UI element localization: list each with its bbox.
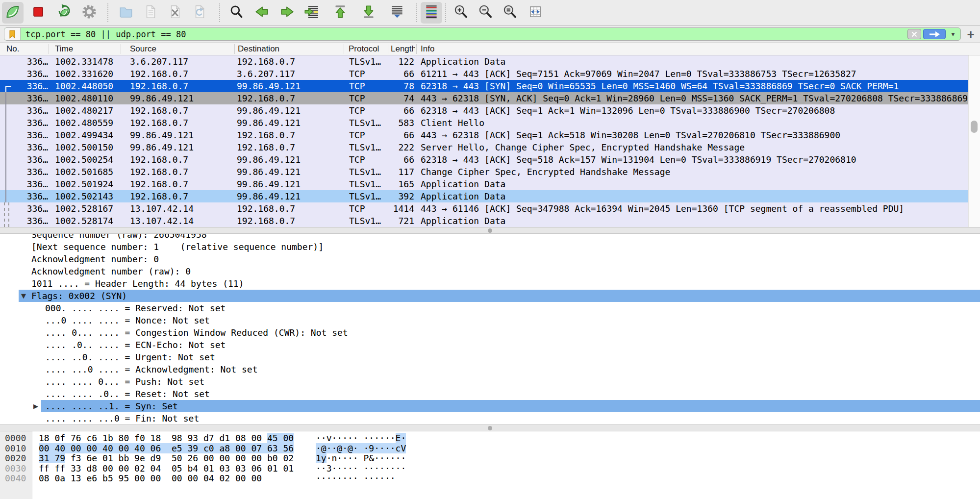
cell-len: 74 bbox=[372, 93, 414, 104]
add-filter-button[interactable]: + bbox=[965, 28, 977, 40]
detail-line[interactable]: .... ...0 .... = Acknowledgment: Not set bbox=[0, 363, 980, 375]
column-header-source[interactable]: Source bbox=[130, 43, 156, 55]
packet-row[interactable]: 336…1002.480217192.168.0.799.86.49.121TC… bbox=[0, 104, 968, 117]
hex-ascii[interactable]: 1y·n···· P&······ bbox=[316, 453, 406, 464]
detail-line[interactable]: .... ..0. .... = Urgent: Not set bbox=[0, 351, 980, 363]
packet-row[interactable]: 336…1002.49943499.86.49.121192.168.0.7TC… bbox=[0, 129, 968, 141]
splitter-list-details[interactable] bbox=[0, 227, 980, 234]
hex-ascii[interactable]: ········ ······ bbox=[316, 474, 396, 484]
find-packet-button[interactable] bbox=[226, 2, 247, 24]
go-to-first-packet-button[interactable] bbox=[329, 2, 351, 24]
hex-bytes[interactable]: 08 0a 13 e6 b5 95 00 00 00 00 04 02 00 0… bbox=[39, 474, 262, 484]
hex-bytes[interactable]: ff ff 33 d8 00 00 02 04 05 b4 01 03 03 0… bbox=[39, 464, 294, 474]
detail-line[interactable]: Acknowledgment number: 0 bbox=[0, 253, 980, 265]
column-header-info[interactable]: Info bbox=[421, 43, 434, 55]
detail-line[interactable]: .... .... ...0 = Fin: Not set bbox=[0, 412, 980, 424]
packet-row[interactable]: 336…1002.500254192.168.0.799.86.49.121TC… bbox=[0, 153, 968, 166]
detail-line[interactable]: .... .... 0... = Push: Not set bbox=[0, 375, 980, 388]
column-header-length[interactable]: Length bbox=[391, 43, 415, 55]
detail-line[interactable]: Acknowledgment number (raw): 0 bbox=[0, 265, 980, 277]
scrollbar-thumb[interactable] bbox=[971, 121, 978, 133]
resize-columns-button[interactable] bbox=[525, 2, 546, 24]
column-header-destination[interactable]: Destination bbox=[238, 43, 279, 55]
packet-row[interactable]: 336…1002.501924192.168.0.799.86.49.121TL… bbox=[0, 178, 968, 190]
hex-offset: 0030 bbox=[5, 464, 26, 474]
detail-line[interactable]: [Next sequence number: 1 (relative seque… bbox=[0, 241, 980, 253]
filter-clear-button[interactable] bbox=[907, 29, 921, 39]
packet-row[interactable]: 336…1002.52817413.107.42.14192.168.0.7TL… bbox=[0, 215, 968, 227]
hex-bytes[interactable]: 00 40 00 00 40 00 40 06 e5 39 c0 a8 00 0… bbox=[39, 444, 294, 454]
hex-ascii[interactable]: ··v····· ······E· bbox=[316, 433, 406, 444]
stop-capture-button[interactable] bbox=[27, 2, 49, 24]
packet-row[interactable]: 336…1002.50015099.86.49.121192.168.0.7TL… bbox=[0, 141, 968, 153]
column-separator[interactable] bbox=[121, 44, 121, 54]
packet-row[interactable]: 336…1002.48011099.86.49.121192.168.0.7TC… bbox=[0, 92, 968, 104]
open-file-button[interactable] bbox=[115, 2, 137, 24]
detail-line[interactable]: 000. .... .... = Reserved: Not set bbox=[0, 302, 980, 314]
hex-ascii[interactable]: ··3····· ········ bbox=[316, 464, 406, 474]
reload-file-button[interactable] bbox=[189, 2, 210, 24]
hex-row[interactable]: 002031 79 f3 6e 01 bb 9e d9 50 26 00 00 … bbox=[0, 453, 980, 464]
restart-icon bbox=[55, 3, 72, 22]
filter-apply-button[interactable] bbox=[923, 29, 946, 39]
filter-expression-text[interactable]: tcp.port == 80 || udp.port == 80 bbox=[21, 29, 907, 39]
packet-row[interactable]: 336…1002.3314783.6.207.117192.168.0.7TLS… bbox=[0, 55, 968, 68]
display-filter-input[interactable]: tcp.port == 80 || udp.port == 80 ▼ bbox=[4, 27, 961, 41]
hex-row[interactable]: 0030ff ff 33 d8 00 00 02 04 05 b4 01 03 … bbox=[0, 464, 980, 474]
cell-src: 99.86.49.121 bbox=[130, 93, 194, 104]
go-to-last-packet-button[interactable] bbox=[358, 2, 379, 24]
packet-row[interactable]: 336…1002.52816713.107.42.14192.168.0.7TC… bbox=[0, 202, 968, 215]
packet-row[interactable]: 336…1002.331620192.168.0.73.6.207.117TCP… bbox=[0, 68, 968, 80]
splitter-grip[interactable] bbox=[488, 228, 492, 233]
zoom-reset-button[interactable] bbox=[499, 2, 521, 24]
detail-line[interactable]: ▶.... .... ..1. = Syn: Set bbox=[0, 400, 980, 412]
hex-row[interactable]: 001000 40 00 00 40 00 40 06 e5 39 c0 a8 … bbox=[0, 444, 980, 454]
go-to-packet-button[interactable] bbox=[301, 2, 323, 24]
hex-row[interactable]: 004008 0a 13 e6 b5 95 00 00 00 00 04 02 … bbox=[0, 474, 980, 484]
column-header-no[interactable]: No. bbox=[6, 43, 19, 55]
expand-arrow-icon[interactable]: ▶ bbox=[33, 400, 38, 412]
column-separator[interactable] bbox=[416, 44, 417, 54]
column-header-protocol[interactable]: Protocol bbox=[349, 43, 379, 55]
splitter-details-bytes[interactable] bbox=[0, 424, 980, 431]
capture-options-button[interactable] bbox=[78, 2, 100, 24]
packet-row[interactable]: 336…1002.501685192.168.0.799.86.49.121TL… bbox=[0, 166, 968, 178]
collapse-arrow-icon[interactable]: ▼ bbox=[21, 290, 26, 302]
splitter-grip[interactable] bbox=[488, 426, 492, 430]
wireshark-fin-icon bbox=[4, 3, 21, 22]
column-separator[interactable] bbox=[49, 44, 49, 54]
colorize-packets-button[interactable] bbox=[421, 2, 442, 24]
hex-bytes[interactable]: 18 0f 76 c6 1b 80 f0 18 98 93 d7 d1 08 0… bbox=[39, 433, 294, 444]
hex-bytes[interactable]: 31 79 f3 6e 01 bb 9e d9 50 26 00 00 00 0… bbox=[39, 453, 294, 464]
hex-row[interactable]: 000018 0f 76 c6 1b 80 f0 18 98 93 d7 d1 … bbox=[0, 433, 980, 444]
detail-line[interactable]: Sequence number (raw): 2665041958 bbox=[0, 234, 980, 241]
column-separator[interactable] bbox=[344, 44, 344, 54]
packet-row[interactable]: 336…1002.480559192.168.0.799.86.49.121TL… bbox=[0, 117, 968, 129]
detail-text: .... ...0 .... = Acknowledgment: Not set bbox=[45, 363, 257, 375]
packet-list-scrollbar[interactable] bbox=[968, 55, 980, 227]
save-file-button[interactable] bbox=[140, 2, 161, 24]
column-header-time[interactable]: Time bbox=[55, 43, 73, 55]
go-back-button[interactable] bbox=[251, 2, 273, 24]
detail-line[interactable]: ▼Flags: 0x002 (SYN) bbox=[0, 290, 980, 302]
detail-line[interactable]: .... .... .0.. = Reset: Not set bbox=[0, 388, 980, 400]
close-file-button[interactable] bbox=[164, 2, 186, 24]
auto-scroll-live-button[interactable] bbox=[386, 2, 408, 24]
detail-line[interactable]: 1011 .... = Header Length: 44 bytes (11) bbox=[0, 277, 980, 290]
detail-line[interactable]: .... .0.. .... = ECN-Echo: Not set bbox=[0, 339, 980, 351]
packet-row[interactable]: 336…1002.502143192.168.0.799.86.49.121TL… bbox=[0, 190, 968, 202]
detail-line[interactable]: ...0 .... .... = Nonce: Not set bbox=[0, 314, 980, 326]
zoom-out-button[interactable] bbox=[475, 2, 496, 24]
filter-bookmark-button[interactable] bbox=[4, 28, 21, 40]
go-forward-button[interactable] bbox=[276, 2, 298, 24]
column-separator[interactable] bbox=[388, 44, 388, 54]
restart-capture-button[interactable] bbox=[53, 2, 75, 24]
hex-ascii[interactable]: ·@··@·@· ·9····cV bbox=[316, 444, 406, 454]
column-separator[interactable] bbox=[234, 44, 235, 54]
selected-field-highlight bbox=[41, 400, 980, 412]
detail-line[interactable]: .... 0... .... = Congestion Window Reduc… bbox=[0, 326, 980, 339]
start-capture-button[interactable] bbox=[2, 2, 24, 24]
filter-dropdown-caret[interactable]: ▼ bbox=[948, 29, 958, 39]
packet-row[interactable]: 336…1002.448050192.168.0.799.86.49.121TC… bbox=[0, 80, 968, 92]
zoom-in-button[interactable] bbox=[450, 2, 472, 24]
